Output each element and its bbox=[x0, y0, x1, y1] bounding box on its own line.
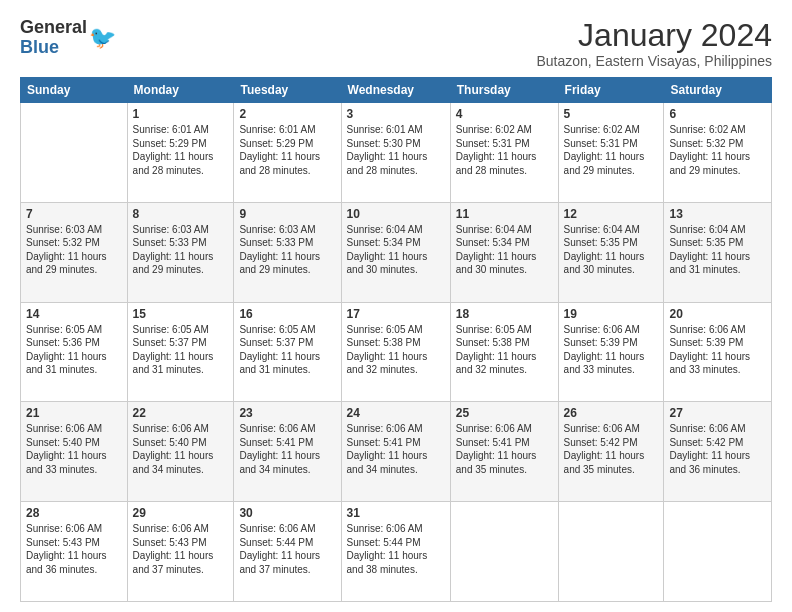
calendar-cell: 18Sunrise: 6:05 AMSunset: 5:38 PMDayligh… bbox=[450, 302, 558, 402]
calendar-cell: 27Sunrise: 6:06 AMSunset: 5:42 PMDayligh… bbox=[664, 402, 772, 502]
calendar-week-2: 7Sunrise: 6:03 AMSunset: 5:32 PMDaylight… bbox=[21, 202, 772, 302]
calendar-week-5: 28Sunrise: 6:06 AMSunset: 5:43 PMDayligh… bbox=[21, 502, 772, 602]
calendar-cell: 10Sunrise: 6:04 AMSunset: 5:34 PMDayligh… bbox=[341, 202, 450, 302]
calendar-title: January 2024 bbox=[536, 18, 772, 53]
calendar-cell: 31Sunrise: 6:06 AMSunset: 5:44 PMDayligh… bbox=[341, 502, 450, 602]
day-number: 11 bbox=[456, 207, 553, 221]
day-info: Sunrise: 6:02 AMSunset: 5:31 PMDaylight:… bbox=[456, 123, 553, 177]
calendar-cell: 14Sunrise: 6:05 AMSunset: 5:36 PMDayligh… bbox=[21, 302, 128, 402]
calendar-cell: 8Sunrise: 6:03 AMSunset: 5:33 PMDaylight… bbox=[127, 202, 234, 302]
calendar-table: Sunday Monday Tuesday Wednesday Thursday… bbox=[20, 77, 772, 602]
day-info: Sunrise: 6:06 AMSunset: 5:43 PMDaylight:… bbox=[133, 522, 229, 576]
day-info: Sunrise: 6:01 AMSunset: 5:29 PMDaylight:… bbox=[239, 123, 335, 177]
day-number: 21 bbox=[26, 406, 122, 420]
day-info: Sunrise: 6:04 AMSunset: 5:34 PMDaylight:… bbox=[456, 223, 553, 277]
day-info: Sunrise: 6:04 AMSunset: 5:35 PMDaylight:… bbox=[564, 223, 659, 277]
calendar-cell: 24Sunrise: 6:06 AMSunset: 5:41 PMDayligh… bbox=[341, 402, 450, 502]
calendar-cell bbox=[664, 502, 772, 602]
day-info: Sunrise: 6:02 AMSunset: 5:31 PMDaylight:… bbox=[564, 123, 659, 177]
day-info: Sunrise: 6:03 AMSunset: 5:33 PMDaylight:… bbox=[133, 223, 229, 277]
day-info: Sunrise: 6:06 AMSunset: 5:41 PMDaylight:… bbox=[456, 422, 553, 476]
day-number: 12 bbox=[564, 207, 659, 221]
calendar-cell: 25Sunrise: 6:06 AMSunset: 5:41 PMDayligh… bbox=[450, 402, 558, 502]
day-number: 26 bbox=[564, 406, 659, 420]
calendar-cell: 21Sunrise: 6:06 AMSunset: 5:40 PMDayligh… bbox=[21, 402, 128, 502]
day-info: Sunrise: 6:01 AMSunset: 5:30 PMDaylight:… bbox=[347, 123, 445, 177]
calendar-cell: 5Sunrise: 6:02 AMSunset: 5:31 PMDaylight… bbox=[558, 103, 664, 203]
day-number: 14 bbox=[26, 307, 122, 321]
calendar-cell: 4Sunrise: 6:02 AMSunset: 5:31 PMDaylight… bbox=[450, 103, 558, 203]
logo-general-text: General bbox=[20, 17, 87, 37]
calendar-cell: 17Sunrise: 6:05 AMSunset: 5:38 PMDayligh… bbox=[341, 302, 450, 402]
day-number: 10 bbox=[347, 207, 445, 221]
day-info: Sunrise: 6:05 AMSunset: 5:38 PMDaylight:… bbox=[347, 323, 445, 377]
day-number: 27 bbox=[669, 406, 766, 420]
day-info: Sunrise: 6:06 AMSunset: 5:39 PMDaylight:… bbox=[564, 323, 659, 377]
day-info: Sunrise: 6:06 AMSunset: 5:41 PMDaylight:… bbox=[347, 422, 445, 476]
calendar-cell: 3Sunrise: 6:01 AMSunset: 5:30 PMDaylight… bbox=[341, 103, 450, 203]
day-info: Sunrise: 6:06 AMSunset: 5:44 PMDaylight:… bbox=[347, 522, 445, 576]
day-number: 22 bbox=[133, 406, 229, 420]
day-number: 29 bbox=[133, 506, 229, 520]
calendar-cell: 19Sunrise: 6:06 AMSunset: 5:39 PMDayligh… bbox=[558, 302, 664, 402]
day-info: Sunrise: 6:02 AMSunset: 5:32 PMDaylight:… bbox=[669, 123, 766, 177]
day-number: 3 bbox=[347, 107, 445, 121]
day-number: 4 bbox=[456, 107, 553, 121]
day-number: 17 bbox=[347, 307, 445, 321]
calendar-cell: 9Sunrise: 6:03 AMSunset: 5:33 PMDaylight… bbox=[234, 202, 341, 302]
day-info: Sunrise: 6:04 AMSunset: 5:35 PMDaylight:… bbox=[669, 223, 766, 277]
header: General Blue 🐦 January 2024 Butazon, Eas… bbox=[20, 18, 772, 69]
day-info: Sunrise: 6:06 AMSunset: 5:39 PMDaylight:… bbox=[669, 323, 766, 377]
day-number: 5 bbox=[564, 107, 659, 121]
day-number: 23 bbox=[239, 406, 335, 420]
day-number: 15 bbox=[133, 307, 229, 321]
calendar-cell: 16Sunrise: 6:05 AMSunset: 5:37 PMDayligh… bbox=[234, 302, 341, 402]
day-number: 2 bbox=[239, 107, 335, 121]
day-number: 20 bbox=[669, 307, 766, 321]
day-number: 13 bbox=[669, 207, 766, 221]
day-info: Sunrise: 6:06 AMSunset: 5:43 PMDaylight:… bbox=[26, 522, 122, 576]
col-wednesday: Wednesday bbox=[341, 78, 450, 103]
day-info: Sunrise: 6:06 AMSunset: 5:44 PMDaylight:… bbox=[239, 522, 335, 576]
calendar-cell: 29Sunrise: 6:06 AMSunset: 5:43 PMDayligh… bbox=[127, 502, 234, 602]
day-number: 8 bbox=[133, 207, 229, 221]
day-info: Sunrise: 6:06 AMSunset: 5:40 PMDaylight:… bbox=[26, 422, 122, 476]
day-number: 25 bbox=[456, 406, 553, 420]
calendar-cell: 11Sunrise: 6:04 AMSunset: 5:34 PMDayligh… bbox=[450, 202, 558, 302]
calendar-cell: 6Sunrise: 6:02 AMSunset: 5:32 PMDaylight… bbox=[664, 103, 772, 203]
logo-bird-icon: 🐦 bbox=[89, 25, 116, 51]
day-info: Sunrise: 6:05 AMSunset: 5:38 PMDaylight:… bbox=[456, 323, 553, 377]
day-number: 9 bbox=[239, 207, 335, 221]
col-saturday: Saturday bbox=[664, 78, 772, 103]
day-info: Sunrise: 6:03 AMSunset: 5:33 PMDaylight:… bbox=[239, 223, 335, 277]
day-info: Sunrise: 6:06 AMSunset: 5:42 PMDaylight:… bbox=[669, 422, 766, 476]
col-sunday: Sunday bbox=[21, 78, 128, 103]
calendar-cell: 23Sunrise: 6:06 AMSunset: 5:41 PMDayligh… bbox=[234, 402, 341, 502]
day-number: 28 bbox=[26, 506, 122, 520]
calendar-cell: 26Sunrise: 6:06 AMSunset: 5:42 PMDayligh… bbox=[558, 402, 664, 502]
day-number: 31 bbox=[347, 506, 445, 520]
page: General Blue 🐦 January 2024 Butazon, Eas… bbox=[0, 0, 792, 612]
calendar-cell: 15Sunrise: 6:05 AMSunset: 5:37 PMDayligh… bbox=[127, 302, 234, 402]
col-tuesday: Tuesday bbox=[234, 78, 341, 103]
day-number: 19 bbox=[564, 307, 659, 321]
logo: General Blue 🐦 bbox=[20, 18, 116, 58]
day-number: 18 bbox=[456, 307, 553, 321]
day-info: Sunrise: 6:03 AMSunset: 5:32 PMDaylight:… bbox=[26, 223, 122, 277]
calendar-cell: 12Sunrise: 6:04 AMSunset: 5:35 PMDayligh… bbox=[558, 202, 664, 302]
day-number: 24 bbox=[347, 406, 445, 420]
day-number: 30 bbox=[239, 506, 335, 520]
day-number: 6 bbox=[669, 107, 766, 121]
col-friday: Friday bbox=[558, 78, 664, 103]
day-info: Sunrise: 6:05 AMSunset: 5:37 PMDaylight:… bbox=[133, 323, 229, 377]
calendar-cell bbox=[558, 502, 664, 602]
calendar-week-4: 21Sunrise: 6:06 AMSunset: 5:40 PMDayligh… bbox=[21, 402, 772, 502]
day-info: Sunrise: 6:05 AMSunset: 5:36 PMDaylight:… bbox=[26, 323, 122, 377]
day-number: 7 bbox=[26, 207, 122, 221]
calendar-subtitle: Butazon, Eastern Visayas, Philippines bbox=[536, 53, 772, 69]
calendar-week-3: 14Sunrise: 6:05 AMSunset: 5:36 PMDayligh… bbox=[21, 302, 772, 402]
calendar-cell: 30Sunrise: 6:06 AMSunset: 5:44 PMDayligh… bbox=[234, 502, 341, 602]
day-info: Sunrise: 6:05 AMSunset: 5:37 PMDaylight:… bbox=[239, 323, 335, 377]
calendar-cell: 7Sunrise: 6:03 AMSunset: 5:32 PMDaylight… bbox=[21, 202, 128, 302]
col-thursday: Thursday bbox=[450, 78, 558, 103]
